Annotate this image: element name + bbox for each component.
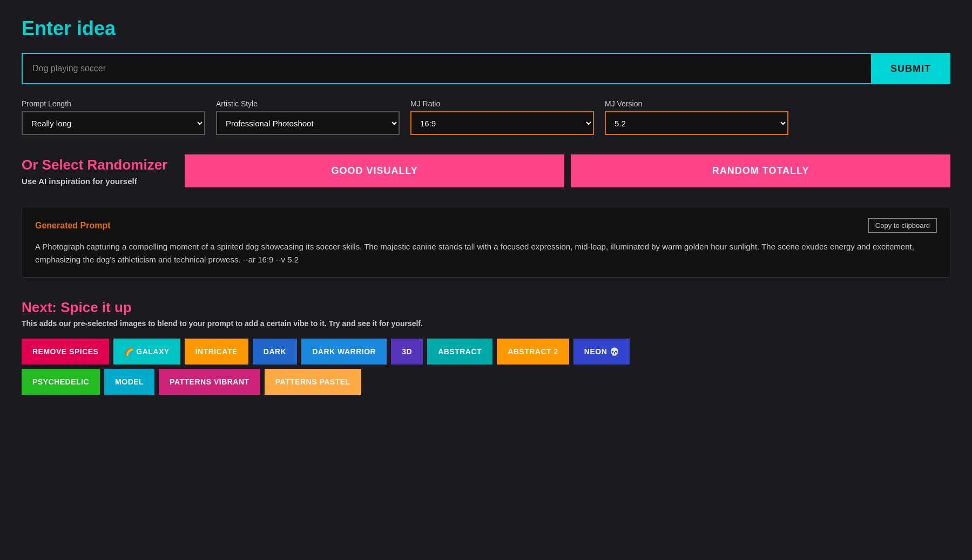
page-title: Enter idea xyxy=(22,17,950,40)
dropdowns-row: Prompt Length Short Medium Long Really l… xyxy=(22,99,950,135)
generated-prompt-text: A Photograph capturing a compelling mome… xyxy=(35,240,937,266)
randomizer-section: Or Select Randomizer Use AI inspiration … xyxy=(22,154,950,187)
spice-heading-highlight: Spice it up xyxy=(60,299,131,315)
spice-neon-button[interactable]: NEON 💀 xyxy=(573,339,630,365)
randomizer-heading-highlight: Select Randomizer xyxy=(42,157,168,173)
mj-ratio-label: MJ Ratio xyxy=(410,99,594,108)
artistic-style-label: Artistic Style xyxy=(216,99,400,108)
mj-version-label: MJ Version xyxy=(605,99,788,108)
mj-version-group: MJ Version 4 5 5.1 5.2 6 xyxy=(605,99,788,135)
spice-intricate-button[interactable]: INTRICATE xyxy=(185,339,248,365)
idea-input[interactable] xyxy=(22,53,871,84)
spice-model-button[interactable]: MODEL xyxy=(104,369,154,395)
spice-buttons-row1: REMOVE SPICES 🌈 GALAXY INTRICATE DARK DA… xyxy=(22,339,950,365)
mj-ratio-group: MJ Ratio 1:1 4:3 16:9 9:16 3:2 xyxy=(410,99,594,135)
spice-buttons-row2: PSYCHEDELIC MODEL PATTERNS VIBRANT PATTE… xyxy=(22,369,950,395)
randomizer-heading-static: Or xyxy=(22,157,42,173)
good-visually-button[interactable]: GOOD VISUALLY xyxy=(185,154,564,187)
randomizer-heading: Or Select Randomizer xyxy=(22,157,167,173)
spice-dark-warrior-button[interactable]: DARK WARRIOR xyxy=(301,339,387,365)
spice-dark-button[interactable]: DARK xyxy=(253,339,297,365)
generated-prompt-label: Generated Prompt xyxy=(35,221,111,231)
spice-psychedelic-button[interactable]: PSYCHEDELIC xyxy=(22,369,100,395)
artistic-style-group: Artistic Style Professional Photoshoot P… xyxy=(216,99,400,135)
randomizer-text: Or Select Randomizer Use AI inspiration … xyxy=(22,157,167,186)
spice-abstract2-button[interactable]: ABSTRACT 2 xyxy=(497,339,569,365)
prompt-length-label: Prompt Length xyxy=(22,99,205,108)
spice-abstract-button[interactable]: ABSTRACT xyxy=(427,339,492,365)
spice-subtext: This adds our pre-selected images to ble… xyxy=(22,319,950,328)
spice-3d-button[interactable]: 3D xyxy=(391,339,423,365)
spice-patterns-vibrant-button[interactable]: PATTERNS VIBRANT xyxy=(159,369,260,395)
spice-patterns-pastel-button[interactable]: PATTERNS PASTEL xyxy=(265,369,361,395)
submit-button[interactable]: SUBMIT xyxy=(871,53,950,84)
copy-to-clipboard-button[interactable]: Copy to clipboard xyxy=(868,218,937,233)
spice-galaxy-button[interactable]: 🌈 GALAXY xyxy=(113,339,180,365)
generated-prompt-header: Generated Prompt Copy to clipboard xyxy=(35,218,937,233)
mj-version-select[interactable]: 4 5 5.1 5.2 6 xyxy=(605,111,788,135)
spice-section: Next: Spice it up This adds our pre-sele… xyxy=(22,299,950,395)
idea-input-row: SUBMIT xyxy=(22,53,950,84)
spice-remove-button[interactable]: REMOVE SPICES xyxy=(22,339,109,365)
artistic-style-select[interactable]: Professional Photoshoot Painting Sketch … xyxy=(216,111,400,135)
prompt-length-select[interactable]: Short Medium Long Really long xyxy=(22,111,205,135)
mj-ratio-select[interactable]: 1:1 4:3 16:9 9:16 3:2 xyxy=(410,111,594,135)
prompt-length-group: Prompt Length Short Medium Long Really l… xyxy=(22,99,205,135)
random-totally-button[interactable]: RANDOM TOTALLY xyxy=(571,154,950,187)
randomizer-subtext: Use AI inspiration for yourself xyxy=(22,177,167,186)
generated-prompt-box: Generated Prompt Copy to clipboard A Pho… xyxy=(22,207,950,278)
spice-heading-static: Next: xyxy=(22,299,60,315)
randomizer-buttons: GOOD VISUALLY RANDOM TOTALLY xyxy=(185,154,950,187)
spice-heading: Next: Spice it up xyxy=(22,299,950,316)
